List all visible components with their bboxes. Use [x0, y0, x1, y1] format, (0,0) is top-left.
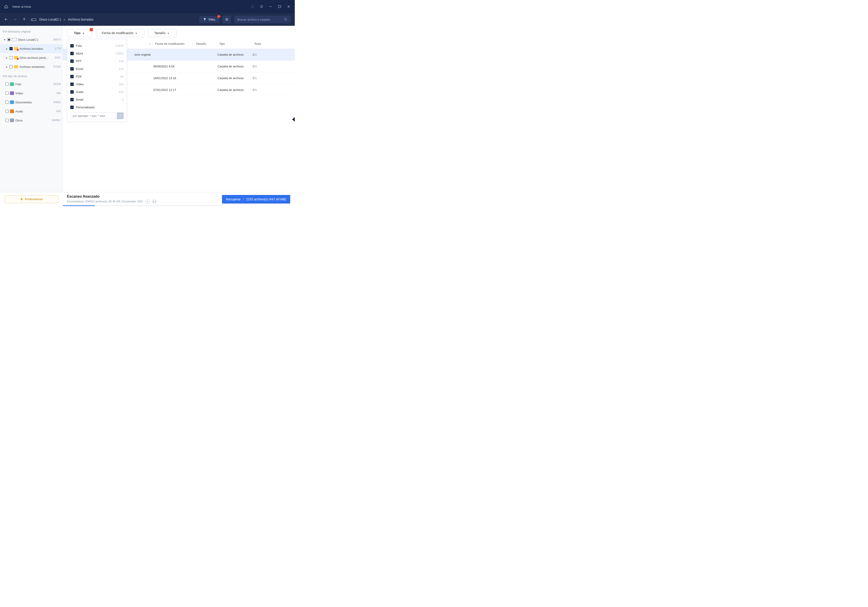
- filter-tamano-button[interactable]: Tamaño: [149, 29, 177, 37]
- pause-scan-button[interactable]: ❚❚: [152, 199, 157, 203]
- checkbox[interactable]: [5, 82, 9, 86]
- minimize-icon[interactable]: [268, 5, 273, 9]
- checkbox-checked[interactable]: [70, 52, 74, 55]
- recover-button[interactable]: Recuperar | 2192 archivo(s) (447.40 MB): [222, 195, 290, 203]
- filter-fecha-button[interactable]: Fecha de modificación: [96, 29, 144, 37]
- checkbox-checked[interactable]: [70, 67, 74, 71]
- breadcrumb-drive[interactable]: Disco Local(C:): [39, 18, 61, 21]
- upgrade-pro-button[interactable]: ♛Professional: [5, 196, 58, 203]
- dd-item-word[interactable]: Word12653: [70, 50, 124, 57]
- th-tipo[interactable]: Tipo: [216, 42, 251, 45]
- svg-point-3: [285, 18, 287, 20]
- view-list-button[interactable]: [222, 16, 231, 23]
- nav-back-icon[interactable]: [4, 17, 8, 22]
- crown-icon: ♛: [20, 197, 23, 201]
- checkbox-checked[interactable]: [70, 44, 74, 48]
- toolbar: Disco Local(C:) ▸ Archivos borrados Filt…: [0, 13, 295, 26]
- tree-deleted-files[interactable]: ▸ Archivos borrados 1776: [0, 44, 63, 53]
- expand-panel-handle[interactable]: [292, 117, 295, 122]
- filter-tipo-button[interactable]: Tipo: [67, 29, 92, 37]
- chevron-right-icon: ▸: [64, 18, 65, 21]
- type-video[interactable]: Vídeo284: [0, 88, 63, 98]
- type-documentos[interactable]: Documentos40863: [0, 98, 63, 107]
- checkbox[interactable]: [5, 110, 9, 113]
- tree-root-drive[interactable]: ▾ Disco Local(C:) 68673: [0, 35, 63, 44]
- sidebar: Por directorio original ▾ Disco Local(C:…: [0, 26, 63, 192]
- checkbox-checked[interactable]: [9, 47, 12, 50]
- confirm-custom-button[interactable]: ✓: [117, 112, 124, 119]
- checkbox[interactable]: [5, 101, 9, 104]
- scan-progress: [63, 205, 222, 206]
- svg-rect-0: [279, 5, 281, 8]
- sort-asc-icon[interactable]: ↑: [149, 42, 151, 46]
- filter-badge: [90, 28, 93, 31]
- photo-icon: [10, 82, 14, 86]
- maximize-icon[interactable]: [277, 5, 282, 9]
- type-otros[interactable]: Otros99999+: [0, 116, 63, 125]
- chevron-right-icon[interactable]: ▸: [5, 47, 8, 50]
- video-icon: [10, 92, 14, 95]
- checkbox-checked[interactable]: [70, 59, 74, 63]
- folder-deleted-icon: [14, 47, 18, 50]
- titlebar: Volver al Inicio: [0, 0, 295, 13]
- content: Tipo Fecha de modificación Tamaño ↑ Fech…: [63, 26, 295, 192]
- menu-icon[interactable]: [259, 5, 264, 9]
- drive-icon: [12, 38, 17, 41]
- custom-ext-input[interactable]: [70, 112, 116, 119]
- home-icon[interactable]: [4, 5, 8, 9]
- share-icon[interactable]: [250, 5, 254, 9]
- tree-existing-files[interactable]: ▸ Archivos existentes 57546: [0, 62, 63, 71]
- folder-lost-icon: [14, 56, 18, 59]
- dd-item-audio[interactable]: Audio845: [70, 88, 124, 96]
- checkbox-mixed[interactable]: [7, 38, 11, 41]
- search-input[interactable]: Buscar archivo o carpeta: [234, 16, 291, 23]
- sidebar-section-type: Por tipo de archivo: [0, 73, 63, 79]
- search-placeholder: Buscar archivo o carpeta: [237, 18, 270, 21]
- type-foto[interactable]: Foto54336: [0, 79, 63, 88]
- checkbox[interactable]: [5, 119, 9, 122]
- th-size[interactable]: Tamaño: [193, 42, 216, 45]
- checkbox[interactable]: [9, 56, 12, 59]
- svg-point-2: [32, 19, 33, 20]
- dd-item-email[interactable]: Email8: [70, 96, 124, 103]
- filter-active-badge: [217, 14, 221, 18]
- breadcrumb-section[interactable]: Archivos borrados: [68, 18, 94, 21]
- dd-item-pdf[interactable]: PDF64: [70, 73, 124, 80]
- dd-item-personalizado[interactable]: Personalizado: [70, 103, 124, 111]
- checkbox-checked[interactable]: [70, 106, 74, 109]
- nav-forward-icon: [13, 17, 17, 22]
- checkbox[interactable]: [5, 92, 9, 95]
- type-audio[interactable]: Audio845: [0, 107, 63, 116]
- chevron-down-icon: [83, 31, 84, 35]
- dd-item-excel[interactable]: Excel164: [70, 65, 124, 73]
- close-icon[interactable]: [287, 5, 291, 9]
- drive-breadcrumb-icon: [31, 18, 36, 21]
- nav-up-icon[interactable]: [22, 17, 26, 22]
- chevron-down-icon: [136, 31, 137, 35]
- filter-label: Filtro: [209, 18, 215, 21]
- tree-lost-files[interactable]: ▸ Otros archivos perdi... 9351: [0, 53, 63, 62]
- dd-item-ppt[interactable]: PPT319: [70, 57, 124, 65]
- stop-scan-button[interactable]: ■: [146, 199, 150, 203]
- footer: ♛Professional Escaneo Avanzado Encontrad…: [0, 192, 295, 206]
- dd-item-video[interactable]: Vídeo284: [70, 80, 124, 88]
- back-home-link[interactable]: Volver al Inicio: [12, 5, 31, 8]
- checkbox-checked[interactable]: [70, 75, 74, 78]
- checkbox[interactable]: [9, 65, 12, 68]
- search-icon: [284, 18, 288, 21]
- chevron-right-icon[interactable]: ▸: [5, 56, 8, 59]
- filter-button[interactable]: Filtro: [199, 16, 219, 23]
- checkbox-checked[interactable]: [70, 82, 74, 86]
- audio-icon: [10, 109, 14, 113]
- chevron-down-icon[interactable]: ▾: [3, 38, 6, 41]
- tipo-dropdown: Foto53835 Word12653 PPT319 Excel164 PDF6…: [67, 39, 127, 122]
- other-icon: [10, 118, 14, 122]
- chevron-right-icon[interactable]: ▸: [5, 65, 8, 68]
- folder-icon: [14, 65, 18, 68]
- th-mod[interactable]: Fecha de modificación: [152, 42, 193, 45]
- scan-status: Encontrado(s): 530632 archivo(s), 65.45 …: [67, 200, 143, 203]
- checkbox-checked[interactable]: [70, 90, 74, 94]
- dd-item-foto[interactable]: Foto53835: [70, 42, 124, 50]
- th-ruta[interactable]: Ruta: [251, 42, 295, 45]
- checkbox-checked[interactable]: [70, 98, 74, 101]
